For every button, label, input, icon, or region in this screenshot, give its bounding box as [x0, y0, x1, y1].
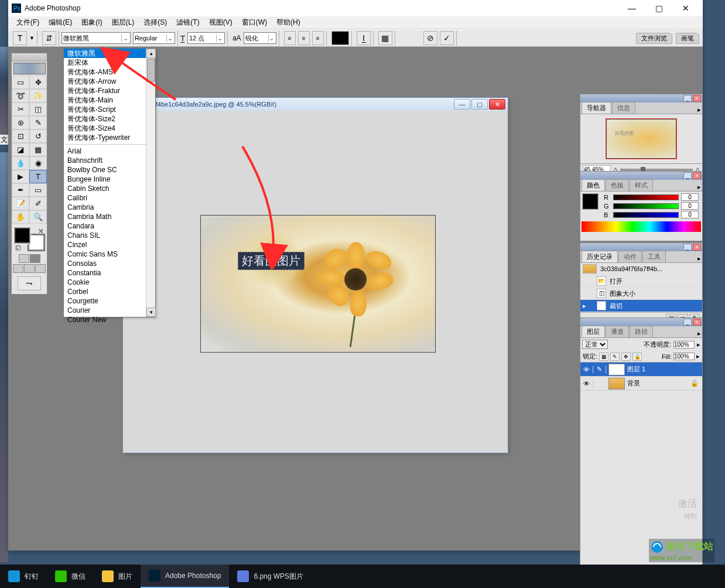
font-family-dropdown[interactable]: 微软雅黑新宋体菁优海体-AMS菁优海体-Arrow菁优海体-Fraktur菁优海… [63, 48, 156, 317]
font-option[interactable]: Consolas [64, 259, 155, 268]
screen-full-menu-icon[interactable] [24, 264, 35, 273]
g-input[interactable] [681, 202, 699, 210]
font-size-combo[interactable]: ⌄ [187, 32, 225, 44]
tab-info[interactable]: 信息 [612, 102, 635, 114]
font-option[interactable]: Cambria Math [64, 212, 155, 221]
panel-close-icon[interactable]: × [693, 95, 701, 102]
tab-actions[interactable]: 动作 [618, 251, 642, 262]
font-option[interactable]: 菁优海体-Size4 [64, 124, 155, 133]
font-option[interactable]: Comic Sans MS [64, 249, 155, 259]
jump-to-icon[interactable]: ⤳ [18, 276, 41, 290]
menu-image[interactable]: 图象(I) [77, 16, 107, 29]
font-option[interactable]: 菁优海体-AMS [64, 67, 155, 77]
scroll-up-icon[interactable]: ▴ [146, 49, 156, 58]
tab-channels[interactable]: 通道 [606, 326, 629, 337]
menu-filter[interactable]: 滤镜(T) [172, 16, 204, 29]
foreground-color-chip[interactable] [583, 194, 598, 209]
link-icon[interactable]: ✎ [593, 365, 606, 373]
history-snapshot[interactable]: 3c038a94f76fa7ff4b... [580, 263, 702, 275]
doc-maximize-button[interactable]: ▢ [471, 99, 488, 110]
dropdown-scrollbar[interactable]: ▴ ▾ [146, 49, 155, 317]
font-option[interactable]: Bahnschrift [64, 156, 155, 165]
move-tool-icon[interactable]: ✥ [29, 76, 47, 89]
chevron-down-icon[interactable]: ⌄ [268, 35, 275, 42]
document-window[interactable]: a94f76fa7ff4be1c64d3afe2a9c.jpeg @ 45.5%… [122, 97, 508, 453]
panel-minimize-icon[interactable]: _ [683, 319, 692, 326]
font-option[interactable]: 菁优海体-Arrow [64, 77, 155, 86]
font-size-input[interactable] [189, 35, 217, 42]
history-item[interactable]: ▸✂裁切 [580, 300, 702, 312]
antialias-input[interactable] [245, 35, 268, 42]
dropdown-icon[interactable]: ▼ [29, 35, 35, 41]
maximize-button[interactable]: ▢ [645, 0, 672, 16]
font-option[interactable]: Candara [64, 221, 155, 231]
screen-full-icon[interactable] [35, 264, 46, 273]
panel-minimize-icon[interactable]: _ [683, 172, 692, 179]
visibility-icon[interactable]: 👁 [580, 380, 593, 387]
font-option[interactable]: Bungee Inline [64, 175, 155, 184]
standard-mode-icon[interactable] [19, 254, 29, 263]
hand-tool-icon[interactable]: ✋ [12, 210, 29, 224]
minimize-button[interactable]: — [618, 0, 645, 16]
history-brush-icon[interactable]: ↺ [29, 129, 47, 143]
titlebar[interactable]: Ps Adobe Photoshop — ▢ ✕ [8, 0, 703, 16]
align-left-icon[interactable]: ≡ [284, 31, 296, 45]
font-option[interactable]: Cookie [64, 278, 155, 287]
font-option[interactable]: Bowlby One SC [64, 165, 155, 175]
font-option[interactable]: Arial [64, 146, 155, 156]
path-select-icon[interactable]: ▶ [12, 170, 29, 183]
font-option[interactable]: Cabin Sketch [64, 184, 155, 193]
panel-close-icon[interactable]: × [693, 172, 701, 179]
tools-drag-handle[interactable] [12, 53, 47, 61]
scroll-down-icon[interactable]: ▾ [146, 307, 156, 317]
layer-row[interactable]: 👁 ✎ T 图层 1 [580, 363, 702, 377]
lock-paint-icon[interactable]: ✎ [610, 353, 620, 361]
layer-row[interactable]: 👁 背景 🔒 [580, 377, 702, 391]
history-item[interactable]: ◫图象大小 [580, 288, 702, 300]
font-option[interactable]: 菁优海体-Main [64, 95, 155, 105]
palette-tab-brush[interactable]: 画笔 [676, 33, 699, 44]
layer-name[interactable]: 背景 [627, 379, 690, 388]
palette-tab-browser[interactable]: 文件浏览 [636, 33, 672, 44]
font-style-input[interactable] [135, 35, 166, 42]
character-panel-icon[interactable]: ▦ [378, 31, 392, 45]
slice-tool-icon[interactable]: ◫ [29, 102, 47, 116]
panel-minimize-icon[interactable]: _ [683, 244, 692, 251]
font-option[interactable]: 菁优海体-Size2 [64, 114, 155, 124]
text-color-swatch[interactable] [331, 31, 349, 45]
zoom-tool-icon[interactable]: 🔍 [29, 210, 47, 224]
tab-styles[interactable]: 样式 [630, 179, 653, 191]
blend-mode-select[interactable]: 正常 [582, 340, 608, 349]
b-slider[interactable] [613, 212, 679, 218]
fill-flyout-icon[interactable]: ▸ [696, 353, 700, 360]
b-input[interactable] [681, 211, 699, 218]
screen-standard-icon[interactable] [13, 264, 23, 273]
heal-tool-icon[interactable]: ⊛ [12, 116, 29, 129]
font-option[interactable]: Charis SIL [64, 231, 155, 240]
color-spectrum[interactable] [582, 221, 701, 232]
chevron-down-icon[interactable]: ⌄ [216, 35, 223, 42]
panel-close-icon[interactable]: × [693, 319, 701, 326]
panel-minimize-icon[interactable]: _ [683, 95, 692, 102]
taskbar-item[interactable]: 微信 [47, 565, 94, 588]
g-slider[interactable] [613, 203, 679, 209]
font-option[interactable]: 菁优海体-Fraktur [64, 86, 155, 95]
text-layer-box[interactable]: 好看的图片 [238, 252, 305, 270]
document-canvas[interactable]: 好看的图片 [200, 215, 436, 353]
swap-colors-icon[interactable]: ⤭ [38, 227, 43, 235]
pen-tool-icon[interactable]: ✒ [12, 183, 29, 197]
font-family-input[interactable] [63, 35, 121, 42]
eyedrop-tool-icon[interactable]: ✐ [29, 197, 47, 210]
tab-history[interactable]: 历史记录 [582, 251, 618, 262]
notes-tool-icon[interactable]: 📝 [12, 197, 29, 210]
menu-view[interactable]: 视图(V) [204, 16, 237, 29]
panel-menu-icon[interactable]: ▸ [697, 255, 701, 262]
history-item[interactable]: 📂打开 [580, 275, 702, 288]
font-option[interactable]: Corbel [64, 287, 155, 296]
menu-edit[interactable]: 编辑(E) [44, 16, 77, 29]
menu-help[interactable]: 帮助(H) [272, 16, 305, 29]
font-option[interactable]: Courier New [64, 315, 155, 324]
font-option[interactable]: Calibri [64, 193, 155, 203]
eraser-tool-icon[interactable]: ◪ [12, 143, 29, 156]
taskbar-item[interactable]: Adobe Photoshop [141, 565, 229, 588]
